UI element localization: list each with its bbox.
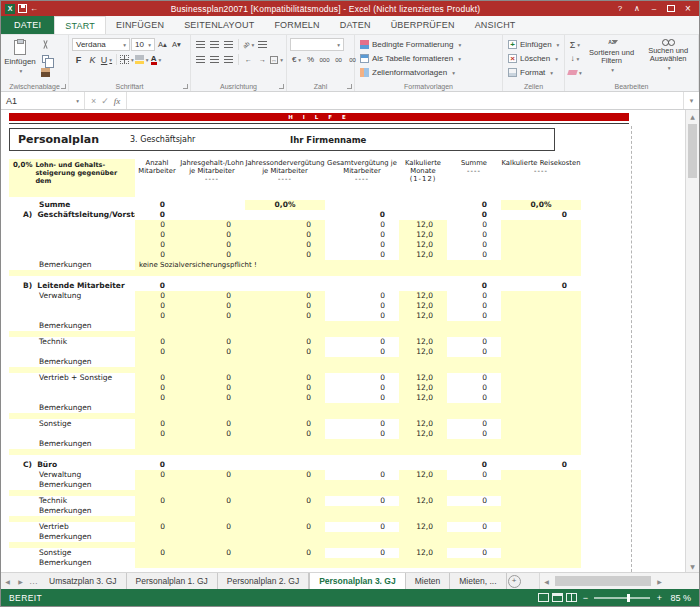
align-bottom-button[interactable] [222, 38, 235, 51]
sheet-cell[interactable]: 0 [447, 522, 501, 532]
sheet-cell[interactable]: 0 [447, 240, 501, 250]
sheet-cell[interactable]: 0 [447, 496, 501, 506]
sheet-cell[interactable]: 12,0 [399, 230, 447, 240]
sheet-cell[interactable]: 0 [325, 548, 399, 558]
sheet-cell[interactable]: 0 [135, 347, 179, 357]
row-label[interactable]: Bemerkungen [9, 321, 135, 331]
sheet-cell[interactable]: 0 [135, 200, 179, 210]
sheet-cell[interactable] [179, 210, 245, 220]
sheet-cell[interactable]: 0 [245, 347, 325, 357]
row-label[interactable] [9, 393, 135, 403]
sheet-cell[interactable]: 12,0 [399, 470, 447, 480]
sheet-cell[interactable] [501, 373, 581, 383]
sheet-cell[interactable]: 0 [447, 470, 501, 480]
sheet-cell[interactable] [135, 506, 581, 516]
formula-bar-expand-button[interactable] [683, 92, 699, 109]
orientation-button[interactable] [242, 38, 255, 51]
sheet-cell[interactable]: 0 [135, 210, 179, 220]
sheet-cell[interactable]: 0 [325, 383, 399, 393]
tab-seitenlayout[interactable]: SEITENLAYOUT [174, 16, 264, 34]
align-top-button[interactable] [194, 38, 207, 51]
row-label[interactable]: Bemerkungen [9, 480, 135, 490]
scroll-right-icon[interactable] [653, 578, 666, 585]
sheet-cell[interactable]: 0 [245, 311, 325, 321]
sheet-cell[interactable]: 0,0% [245, 200, 325, 210]
sheet-cell[interactable]: 0 [245, 250, 325, 260]
horizontal-scrollbar[interactable] [539, 573, 699, 589]
sheet-cell[interactable]: 0 [447, 210, 501, 220]
sheet-cell[interactable]: 0 [501, 460, 581, 470]
tab-ansicht[interactable]: ANSICHT [465, 16, 526, 34]
sheet-cell[interactable] [179, 460, 245, 470]
format-as-table-button[interactable]: Als Tabelle formatieren [358, 52, 499, 65]
row-label[interactable]: C) Büro [9, 460, 135, 470]
tab-ueberpruefen[interactable]: ÜBERPRÜFEN [381, 16, 465, 34]
row-label[interactable]: Technik [9, 337, 135, 347]
sheet-cell[interactable]: 0 [179, 337, 245, 347]
zoom-out-button[interactable] [580, 593, 590, 603]
conditional-formatting-button[interactable]: Bedingte Formatierung [358, 38, 499, 51]
sheet-cell[interactable]: 0 [135, 301, 179, 311]
sheet-cell[interactable]: 12,0 [399, 419, 447, 429]
format-cells-button[interactable]: Format [506, 66, 561, 79]
sheet-cell[interactable]: 0 [135, 393, 179, 403]
row-label[interactable]: A) Geschäftsleitung/Vorstand [9, 210, 135, 220]
add-sheet-button[interactable] [507, 573, 522, 589]
sheet-cell[interactable]: 0 [447, 311, 501, 321]
sheet-cell[interactable] [135, 439, 581, 449]
sheet-cell[interactable]: 12,0 [399, 337, 447, 347]
format-painter-button[interactable] [39, 66, 52, 79]
dialog-launcher-icon[interactable] [61, 84, 66, 89]
row-label[interactable]: Vertrieb + Sonstige [9, 373, 135, 383]
sheet-cell[interactable]: 0 [325, 373, 399, 383]
autosum-button[interactable]: Σ [568, 38, 582, 51]
sheet-cell[interactable]: 0 [245, 220, 325, 230]
sheet-cell[interactable] [501, 291, 581, 301]
row-label[interactable]: Summe [9, 200, 135, 210]
sheet-cell[interactable] [399, 210, 447, 220]
sheet-cell[interactable]: 0 [179, 393, 245, 403]
tabs-scroll-right-icon[interactable] [14, 573, 27, 589]
sheet-cell[interactable]: 0 [135, 337, 179, 347]
wrap-text-button[interactable] [256, 38, 269, 51]
sheet-cell[interactable] [399, 281, 447, 291]
excel-logo-icon[interactable] [5, 4, 15, 14]
row-label[interactable]: Bemerkungen [9, 260, 135, 270]
sheet-cell[interactable]: 0 [447, 548, 501, 558]
sheet-cell[interactable]: 0 [325, 220, 399, 230]
sheet-cell[interactable]: 0 [135, 470, 179, 480]
borders-button[interactable] [120, 53, 134, 66]
row-label[interactable]: Verwaltung [9, 291, 135, 301]
row-label[interactable] [9, 220, 135, 230]
insert-function-icon[interactable]: fx [114, 96, 121, 106]
sheet-cell[interactable]: 0 [245, 496, 325, 506]
clear-button[interactable] [568, 66, 582, 79]
sheet-cell[interactable]: 0 [135, 383, 179, 393]
zoom-level[interactable]: 85 % [670, 593, 691, 603]
sheet-cell[interactable]: 0 [135, 240, 179, 250]
zoom-in-button[interactable] [654, 593, 664, 603]
minimize-button[interactable] [647, 2, 661, 15]
sheet-cell[interactable] [325, 200, 399, 210]
sheet-cell[interactable] [135, 321, 581, 331]
sheet-cell[interactable]: 0 [325, 301, 399, 311]
sheet-cell[interactable]: 12,0 [399, 393, 447, 403]
sheet-cell[interactable]: 0 [135, 291, 179, 301]
sheet-cell[interactable] [501, 548, 581, 558]
dialog-launcher-icon[interactable] [183, 84, 188, 89]
sheet-cell[interactable]: 0 [325, 250, 399, 260]
sheet-cell[interactable]: 0 [325, 210, 399, 220]
sheet-cell[interactable]: 0 [245, 301, 325, 311]
sheet-cell[interactable]: 0 [179, 470, 245, 480]
row-label[interactable] [9, 383, 135, 393]
sheet-cell[interactable]: keine Sozialversicherungspflicht ! [135, 260, 581, 270]
cell-styles-button[interactable]: Zellenformatvorlagen [358, 66, 499, 79]
sheet-cell[interactable] [501, 250, 581, 260]
sheet-cell[interactable] [325, 460, 399, 470]
row-label[interactable]: Bemerkungen [9, 506, 135, 516]
close-button[interactable] [681, 2, 695, 15]
sheet-cell[interactable]: 0 [245, 393, 325, 403]
sheet-cell[interactable]: 12,0 [399, 220, 447, 230]
sheet-tab-mieten[interactable]: Mieten [406, 573, 451, 589]
sheet-cell[interactable]: 0 [135, 548, 179, 558]
